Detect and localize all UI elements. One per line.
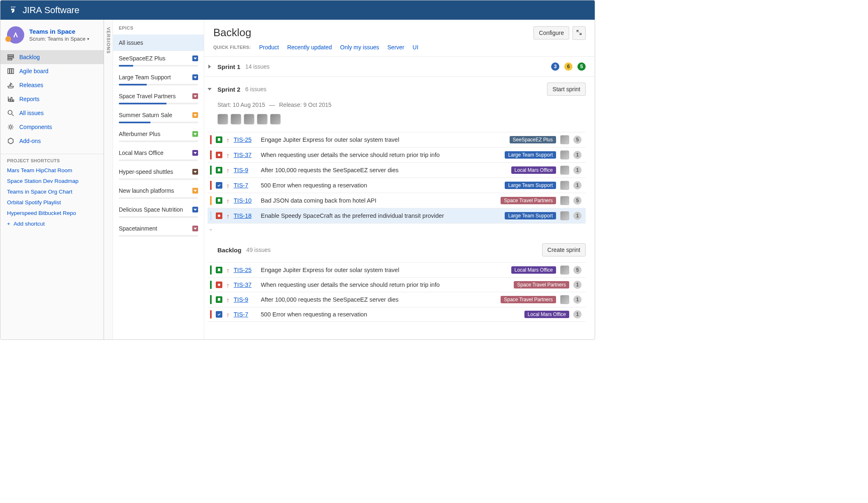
chevron-down-icon[interactable]: [192, 169, 198, 175]
search-icon: [7, 109, 14, 117]
epic-item[interactable]: Large Team Support: [113, 70, 204, 89]
epic-item[interactable]: Space Travel Partners: [113, 89, 204, 108]
chevron-down-icon[interactable]: [192, 150, 198, 156]
shortcut-link[interactable]: Space Station Dev Roadmap: [7, 178, 97, 184]
epic-item[interactable]: SeeSpaceEZ Plus: [113, 51, 204, 70]
avatar[interactable]: [231, 114, 241, 125]
issue-row[interactable]: TIS-9 After 100,000 requests the SeeSpac…: [208, 163, 586, 178]
sprint-name[interactable]: Sprint 1: [217, 63, 240, 70]
assignee-avatar[interactable]: [560, 150, 569, 159]
epic-item[interactable]: Summer Saturn Sale: [113, 108, 204, 127]
chevron-down-icon[interactable]: ⌄: [208, 225, 213, 232]
epic-item[interactable]: Local Mars Office: [113, 145, 204, 164]
sidebar-item-components[interactable]: Components: [0, 120, 104, 134]
epic-filter-all[interactable]: All issues: [113, 35, 204, 51]
chevron-down-icon[interactable]: [192, 131, 198, 137]
epic-label[interactable]: SeeSpaceEZ Plus: [510, 136, 556, 143]
assignee-avatar[interactable]: [560, 181, 569, 190]
jira-logo[interactable]: JIRA Software: [9, 5, 79, 16]
assignee-avatar[interactable]: [560, 265, 569, 275]
issue-row[interactable]: TIS-9 After 100,000 requests the SeeSpac…: [208, 292, 586, 307]
sidebar-item-agile-board[interactable]: Agile board: [0, 64, 104, 78]
add-shortcut-button[interactable]: + Add shortcut: [7, 221, 97, 227]
chevron-down-icon[interactable]: [192, 93, 198, 99]
issue-key[interactable]: TIS-9: [234, 296, 257, 303]
issue-row[interactable]: TIS-10 Bad JSON data coming back from ho…: [208, 193, 586, 208]
start-sprint-button[interactable]: Start sprint: [547, 83, 586, 96]
chevron-down-icon[interactable]: [192, 207, 198, 212]
quick-filter[interactable]: Recently updated: [287, 44, 332, 51]
epic-item[interactable]: Afterburner Plus: [113, 127, 204, 145]
epic-label[interactable]: Large Team Support: [505, 182, 556, 189]
quick-filter[interactable]: Server: [388, 44, 404, 51]
chevron-down-icon[interactable]: [192, 74, 198, 80]
epic-item[interactable]: Spacetainment: [113, 221, 204, 240]
issue-key[interactable]: TIS-7: [234, 182, 257, 189]
avatar[interactable]: [244, 114, 254, 125]
epic-label[interactable]: Space Travel Partners: [501, 296, 556, 303]
configure-button[interactable]: Configure: [533, 26, 569, 39]
project-shortcuts: PROJECT SHORTCUTS Mars Team HipChat Room…: [0, 154, 104, 231]
epic-label[interactable]: Space Travel Partners: [501, 197, 556, 204]
versions-panel-collapsed[interactable]: VERSIONS: [104, 20, 113, 339]
shortcut-link[interactable]: Hyperspeed Bitbucket Repo: [7, 210, 97, 216]
assignee-avatar[interactable]: [560, 211, 569, 220]
issue-key[interactable]: TIS-10: [234, 197, 257, 204]
chevron-right-icon[interactable]: [208, 63, 212, 70]
assignee-avatar[interactable]: [560, 135, 569, 144]
quick-filter[interactable]: UI: [413, 44, 418, 51]
epic-label[interactable]: Space Travel Partners: [514, 281, 569, 288]
issue-row[interactable]: TIS-37 When requesting user details the …: [208, 278, 586, 292]
shortcut-link[interactable]: Teams in Space Org Chart: [7, 189, 97, 195]
chevron-down-icon[interactable]: [192, 55, 198, 61]
issue-row[interactable]: TIS-37 When requesting user details the …: [208, 148, 586, 163]
issue-key[interactable]: TIS-37: [234, 281, 257, 288]
sidebar-item-reports[interactable]: Reports: [0, 92, 104, 106]
sidebar-item-all-issues[interactable]: All issues: [0, 106, 104, 120]
epic-item[interactable]: New launch platforms: [113, 183, 204, 202]
issue-row[interactable]: TIS-25 Engage Jupiter Express for outer …: [208, 263, 586, 278]
avatar[interactable]: [217, 114, 228, 125]
issue-key[interactable]: TIS-9: [234, 167, 257, 173]
chevron-down-icon[interactable]: [192, 112, 198, 118]
priority-color-bar: [210, 181, 212, 190]
quick-filter[interactable]: Only my issues: [340, 44, 379, 51]
issue-row[interactable]: TIS-7 500 Error when requesting a reserv…: [208, 307, 586, 322]
avatar[interactable]: [270, 114, 281, 125]
project-switcher[interactable]: Teams in Space Scrum: Teams in Space: [0, 20, 104, 48]
issue-row[interactable]: TIS-7 500 Error when requesting a reserv…: [208, 178, 586, 193]
epic-label[interactable]: Large Team Support: [505, 151, 556, 159]
priority-color-bar: [210, 310, 212, 318]
shortcut-link[interactable]: Mars Team HipChat Room: [7, 167, 97, 173]
chevron-down-icon[interactable]: [192, 226, 198, 231]
epic-item[interactable]: Delicious Space Nutrition: [113, 202, 204, 221]
epic-label[interactable]: Local Mars Office: [511, 166, 556, 174]
epic-label[interactable]: Local Mars Office: [524, 311, 569, 318]
sprint-name[interactable]: Sprint 2: [217, 86, 240, 93]
assignee-avatar[interactable]: [560, 166, 569, 175]
assignee-avatar[interactable]: [560, 196, 569, 205]
sidebar-item-backlog[interactable]: Backlog: [0, 50, 104, 64]
epic-item[interactable]: Hyper-speed shuttles: [113, 164, 204, 183]
issue-row[interactable]: TIS-18 Enable Speedy SpaceCraft as the p…: [208, 208, 586, 224]
epic-label[interactable]: Local Mars Office: [511, 266, 556, 274]
avatar[interactable]: [257, 114, 268, 125]
create-sprint-button[interactable]: Create sprint: [542, 243, 586, 256]
fullscreen-button[interactable]: [573, 26, 586, 40]
chevron-down-icon[interactable]: [192, 188, 198, 194]
shortcut-link[interactable]: Orbital Spotify Playlist: [7, 199, 97, 205]
assignee-avatar[interactable]: [560, 295, 569, 304]
issue-key[interactable]: TIS-25: [234, 136, 257, 143]
issue-key[interactable]: TIS-37: [234, 152, 257, 158]
quick-filter[interactable]: Product: [259, 44, 279, 51]
status-pill-inprogress: 6: [564, 62, 573, 71]
issue-row[interactable]: TIS-25 Engage Jupiter Express for outer …: [208, 132, 586, 148]
sidebar-item-releases[interactable]: Releases: [0, 78, 104, 92]
chevron-down-icon[interactable]: [208, 86, 212, 92]
epic-label[interactable]: Large Team Support: [505, 212, 556, 219]
issue-key[interactable]: TIS-25: [234, 267, 257, 273]
issue-key[interactable]: TIS-7: [234, 311, 257, 318]
sidebar-item-add-ons[interactable]: Add-ons: [0, 134, 104, 148]
estimate-badge: 5: [573, 266, 582, 274]
issue-key[interactable]: TIS-18: [234, 212, 257, 219]
